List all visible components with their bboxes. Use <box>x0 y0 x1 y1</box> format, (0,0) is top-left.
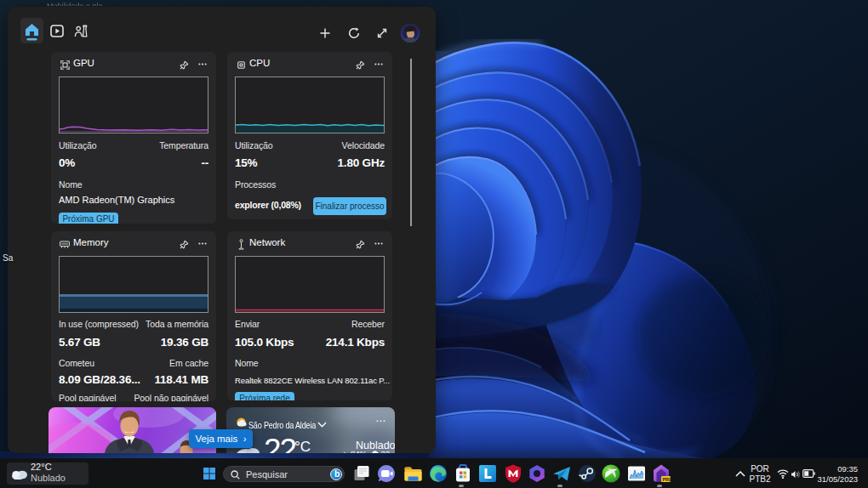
svg-text:PRE: PRE <box>662 477 671 482</box>
